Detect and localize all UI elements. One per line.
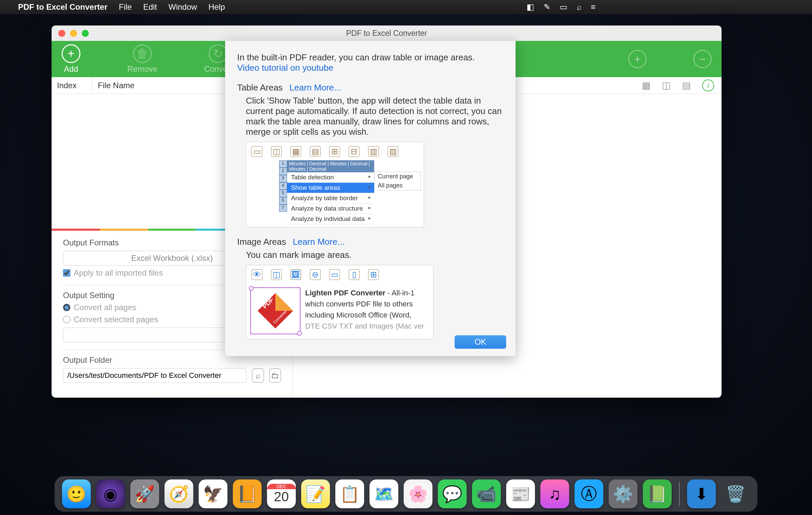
ill-menu-item: Analyze by data structure [287, 204, 374, 214]
menu-edit[interactable]: Edit [143, 2, 157, 12]
display-icon[interactable]: ▭ [560, 2, 568, 12]
ill-tool-icon: ⊟ [349, 146, 359, 157]
titlebar: PDF to Excel Converter [52, 26, 722, 41]
ill-tool-icon: ▭ [329, 269, 340, 280]
ill-tool-icon: ◫ [271, 269, 282, 280]
dock-trash[interactable]: 🗑️ [721, 480, 750, 508]
dock-music[interactable]: ♫ [540, 480, 569, 508]
selection-box: PDFConverter [250, 287, 300, 334]
ill-tool-icon: ▯ [349, 269, 359, 280]
ill-menu-item: Table detection [287, 172, 374, 183]
zoom-out-button[interactable]: − [693, 50, 712, 68]
dock-news[interactable]: 📰 [506, 480, 535, 508]
image-areas-heading: Image Areas [237, 237, 286, 247]
menu-file[interactable]: File [119, 2, 132, 12]
sample-l3: including Microsoft Office (Word, [305, 309, 424, 321]
dock-mail[interactable]: 🦅 [199, 480, 228, 508]
apply-all-label: Apply to all imported files [74, 268, 163, 278]
output-folder-label: Output Folder [63, 355, 281, 365]
dock-siri[interactable]: ◉ [96, 480, 125, 508]
dock: 🙂 ◉ 🚀 🧭 🦅 📙 DEC20 📝 📋 🗺️ 🌸 💬 📹 📰 ♫ Ⓐ ⚙️ … [55, 476, 757, 512]
menu-help[interactable]: Help [208, 2, 225, 12]
dock-safari[interactable]: 🧭 [165, 480, 193, 508]
zoom-in-button[interactable]: + [629, 50, 646, 68]
sample-l1: - All-in-1 [385, 289, 415, 297]
dock-downloads[interactable]: ⬇︎ [687, 480, 716, 508]
ill-tool-icon: ◫ [271, 146, 282, 157]
ill-tool-icon: ▧ [387, 146, 398, 157]
sample-l4: DTE CSV TXT and Images (Mac ver [305, 321, 424, 332]
format-value: Excel Workbook (.xlsx) [131, 253, 213, 263]
popover-intro: In the built-in PDF reader, you can draw… [237, 52, 503, 63]
video-tutorial-link[interactable]: Video tutorial on youtube [237, 63, 333, 73]
output-folder-input[interactable] [63, 368, 246, 383]
app-name[interactable]: PDF to Excel Converter [18, 2, 108, 12]
dock-maps[interactable]: 🗺️ [370, 480, 398, 508]
trash-icon: 🗑 [133, 44, 152, 63]
refresh-icon: ↻ [209, 44, 228, 63]
search-icon[interactable]: ⌕ [577, 2, 582, 12]
notification-icon[interactable]: ◧ [527, 2, 534, 12]
radio-input[interactable] [63, 304, 70, 311]
convert-selected-label: Convert selected pages [74, 315, 158, 324]
ill-tool-icon: ⊖ [310, 269, 321, 280]
ill-menu-item: Show table areas [287, 183, 374, 193]
convert-all-label: Convert all pages [74, 303, 136, 312]
dock-appstore[interactable]: Ⓐ [575, 480, 603, 508]
plus-icon: + [62, 44, 80, 63]
dock-calendar[interactable]: DEC20 [267, 480, 296, 508]
dock-launchpad[interactable]: 🚀 [130, 480, 159, 508]
help-popover: In the built-in PDF reader, you can draw… [225, 41, 516, 356]
ill-tool-icon: ▥ [368, 146, 379, 157]
window-title: PDF to Excel Converter [52, 29, 722, 38]
ill-tool-icon: ▤ [310, 146, 321, 157]
dock-reminders[interactable]: 📋 [335, 480, 364, 508]
choose-folder-button[interactable]: 🗀 [269, 369, 281, 383]
ill-tool-icon: ⊞ [329, 146, 340, 157]
remove-label: Remove [127, 64, 157, 74]
menu-window[interactable]: Window [169, 2, 197, 12]
reveal-folder-button[interactable]: ⌕ [252, 369, 264, 383]
grid-icon[interactable]: ▤ [682, 80, 691, 91]
learn-more-table-link[interactable]: Learn More... [289, 82, 341, 93]
main-window: PDF to Excel Converter + Add 🗑 Remove ↻ … [52, 26, 722, 398]
dock-pdf-excel[interactable]: 📗 [643, 480, 672, 508]
col-filename[interactable]: File Name [92, 77, 246, 93]
add-button[interactable]: + Add [62, 44, 80, 74]
ill-tool-icon: ⊞ [368, 269, 379, 280]
mark-area-icon[interactable]: ◫ [662, 80, 671, 91]
menubar: PDF to Excel Converter File Edit Window … [0, 0, 812, 14]
folder-icon: 🗀 [271, 371, 279, 380]
col-index[interactable]: Index [52, 77, 92, 93]
mark-table-icon[interactable]: ▦ [642, 80, 650, 91]
dock-messages[interactable]: 💬 [438, 480, 467, 508]
ill-menu-item: Analyze by table border [287, 193, 374, 204]
dock-finder[interactable]: 🙂 [62, 480, 91, 508]
remove-button[interactable]: 🗑 Remove [127, 44, 157, 74]
ill-tool-icon: ▭ [252, 146, 262, 157]
table-areas-illustration: ▭◫▦▤⊞⊟▥▧ 1234567 Minutes | Decimal | Min… [246, 142, 424, 227]
learn-more-image-link[interactable]: Learn More... [293, 237, 345, 247]
add-label: Add [64, 64, 78, 74]
dock-notes[interactable]: 📝 [301, 480, 330, 508]
ill-menu-item: Analyze by individual data [287, 214, 374, 224]
ill-submenu-item: Current page [375, 172, 421, 181]
ill-tool-icon: 🖼 [290, 269, 301, 280]
ill-submenu-item: All pages [375, 181, 421, 190]
radio-input[interactable] [63, 316, 70, 323]
dock-facetime[interactable]: 📹 [472, 480, 501, 508]
magnifier-icon: ⌕ [256, 371, 260, 380]
ok-button[interactable]: OK [455, 335, 506, 349]
dock-contacts[interactable]: 📙 [233, 480, 262, 508]
svg-marker-11 [276, 293, 293, 311]
info-button[interactable]: i [702, 79, 714, 91]
dock-settings[interactable]: ⚙️ [609, 480, 637, 508]
script-icon[interactable]: ✎ [544, 2, 550, 12]
dock-photos[interactable]: 🌸 [404, 480, 432, 508]
checkbox-input[interactable] [63, 269, 70, 277]
dock-separator [679, 482, 680, 506]
image-areas-illustration: 👁◫🖼⊖▭▯⊞ PDFConverter Lighten PDF Convert… [246, 265, 433, 339]
sample-l2: which converts PDF file to others [305, 298, 424, 309]
table-areas-body: Click 'Show Table' button, the app will … [237, 93, 503, 138]
list-icon[interactable]: ≡ [591, 2, 596, 12]
